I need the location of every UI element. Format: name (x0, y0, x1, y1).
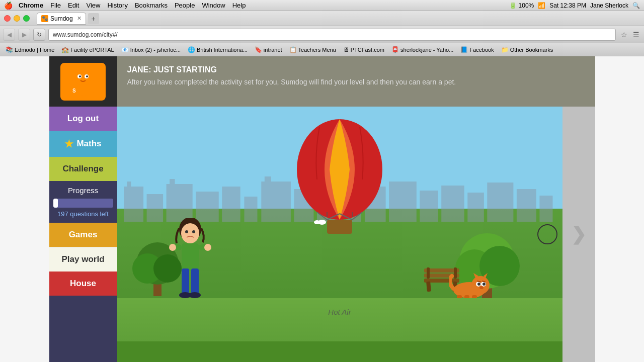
bookmark-gmail[interactable]: 📧 Inbox (2) - jsherloc... (119, 45, 183, 54)
refresh-button[interactable]: ↻ (33, 29, 45, 41)
menu-history[interactable]: History (107, 2, 127, 9)
menu-bookmarks[interactable]: Bookmarks (135, 2, 168, 9)
tab-favicon: 🐾 (41, 15, 48, 22)
menu-window[interactable]: Window (202, 2, 225, 9)
tab-title: Sumdog (50, 15, 73, 22)
game-area[interactable]: Hot Air (117, 107, 562, 362)
other-bookmarks-icon: 📁 (501, 46, 509, 53)
svg-rect-9 (124, 187, 143, 222)
svg-rect-48 (182, 243, 199, 271)
header-title: JANE: JUST STARTING (127, 65, 456, 74)
svg-point-7 (86, 75, 88, 77)
teachers-icon: 📋 (289, 46, 297, 53)
svg-rect-66 (427, 267, 430, 279)
tab-close-button[interactable]: ✕ (77, 15, 82, 22)
gmail-icon: 📧 (121, 46, 129, 53)
navigation-bar: ◀ ▶ ↻ www.sumdog.com/city#/ ☆ ☰ (0, 26, 644, 43)
star-icon: ★ (64, 138, 73, 150)
bookmark-facebook[interactable]: 📘 Facebook (458, 45, 496, 54)
maths-button[interactable]: ★ Maths (49, 131, 117, 157)
intranet-icon: 🔖 (255, 46, 262, 53)
page-content: S JANE: JUST STARTING After you have com… (0, 56, 644, 362)
menu-help[interactable]: Help (232, 2, 246, 9)
svg-rect-23 (389, 182, 417, 222)
bookmark-label: Teachers Menu (298, 47, 336, 53)
maximize-button[interactable] (23, 15, 30, 22)
menu-chrome[interactable]: Chrome (19, 2, 43, 9)
search-icon[interactable]: 🔍 (632, 2, 640, 9)
progress-section: Progress 197 questions left (49, 181, 117, 223)
progress-bar-fill (53, 199, 58, 208)
svg-rect-10 (127, 182, 131, 188)
sumdog-logo: S (49, 56, 117, 107)
svg-rect-13 (170, 179, 175, 185)
wifi-icon: 📶 (538, 2, 545, 9)
settings-icon[interactable]: ☰ (631, 30, 641, 40)
bookmark-british[interactable]: 🌐 British Internationa... (185, 45, 250, 54)
apple-menu[interactable]: 🍎 (4, 2, 13, 10)
battery-status: 🔋 100% (509, 2, 534, 9)
address-bar[interactable]: www.sumdog.com/city#/ (48, 29, 616, 41)
minimize-button[interactable] (14, 15, 20, 22)
datetime: Sat 12:38 PM (549, 2, 586, 9)
progress-bar-background (53, 199, 113, 208)
svg-point-56 (189, 292, 201, 298)
svg-rect-24 (420, 191, 438, 222)
house-button[interactable]: House (49, 272, 117, 296)
yahoo-icon: 📮 (391, 46, 399, 53)
svg-rect-28 (516, 189, 536, 222)
pet-animal (449, 271, 490, 301)
svg-rect-11 (146, 194, 163, 222)
url-text: www.sumdog.com/city#/ (53, 31, 118, 38)
menu-file[interactable]: File (50, 2, 61, 9)
back-button[interactable]: ◀ (3, 29, 15, 41)
svg-rect-31 (327, 220, 352, 234)
bookmark-intranet[interactable]: 🔖 intranet (252, 45, 285, 54)
bookmark-label: intranet (264, 47, 282, 53)
bookmark-yahoo[interactable]: 📮 sherlockjane - Yaho... (389, 45, 456, 54)
menu-edit[interactable]: Edit (68, 2, 79, 9)
eportal-icon: 🏫 (61, 46, 69, 53)
menu-view[interactable]: View (86, 2, 100, 9)
bookmark-star-icon[interactable]: ☆ (619, 30, 629, 40)
svg-rect-17 (261, 182, 291, 222)
bookmark-eportal[interactable]: 🏫 Facility ePORTAL (59, 45, 116, 54)
sumdog-app: S JANE: JUST STARTING After you have com… (49, 56, 595, 362)
close-button[interactable] (4, 15, 11, 22)
svg-point-78 (479, 286, 484, 289)
menubar-right: 🔋 100% 📶 Sat 12:38 PM Jane Sherlock 🔍 (509, 2, 640, 9)
bookmark-ptcfast[interactable]: 🖥 PTCFast.com (341, 45, 387, 54)
bookmark-edmodo[interactable]: 📚 Edmodo | Home (3, 45, 57, 54)
facebook-icon: 📘 (460, 46, 468, 53)
tab-area: 🐾 Sumdog ✕ + (37, 13, 99, 25)
svg-rect-14 (196, 192, 219, 222)
edmodo-icon: 📚 (6, 46, 13, 53)
svg-rect-15 (222, 187, 240, 222)
svg-marker-3 (88, 66, 92, 72)
header-banner: S JANE: JUST STARTING After you have com… (49, 56, 595, 107)
menu-people[interactable]: People (175, 2, 195, 9)
svg-point-52 (204, 244, 211, 251)
bookmark-teachers[interactable]: 📋 Teachers Menu (287, 45, 339, 54)
browser-titlebar: 🐾 Sumdog ✕ + (0, 11, 644, 26)
challenge-button[interactable]: Challenge (49, 157, 117, 181)
bookmark-label: British Internationa... (197, 47, 248, 53)
browser-tab[interactable]: 🐾 Sumdog ✕ (37, 13, 86, 25)
header-text: JANE: JUST STARTING After you have compl… (117, 56, 466, 107)
games-button[interactable]: Games (49, 223, 117, 247)
svg-rect-27 (487, 183, 513, 222)
bookmarks-bar: 📚 Edmodo | Home 🏫 Facility ePORTAL 📧 Inb… (0, 43, 644, 56)
bookmark-other[interactable]: 📁 Other Bookmarks (499, 45, 556, 54)
forward-button[interactable]: ▶ (18, 29, 30, 41)
balloon-svg (289, 114, 390, 235)
svg-point-45 (181, 223, 199, 243)
bookmark-label: sherlockjane - Yaho... (400, 47, 453, 53)
play-world-button[interactable]: Play world (49, 247, 117, 272)
browser-window: 🐾 Sumdog ✕ + ◀ ▶ ↻ www.sumdog.com/city#/… (0, 11, 644, 362)
logout-button[interactable]: Log out (49, 107, 117, 131)
hot-air-balloon (289, 114, 390, 237)
svg-point-75 (482, 283, 486, 286)
new-tab-button[interactable]: + (88, 13, 99, 24)
nav-right-buttons: ☆ ☰ (619, 30, 641, 40)
svg-rect-26 (467, 193, 484, 222)
